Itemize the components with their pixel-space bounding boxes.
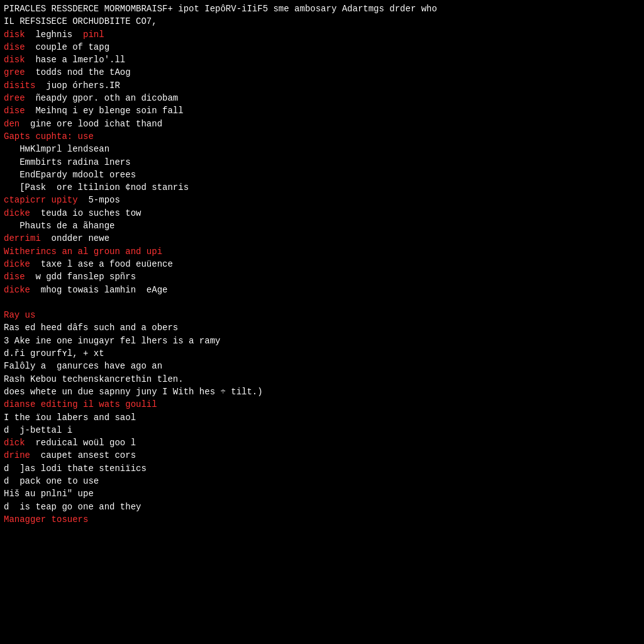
terminal-line: Managger tosuers bbox=[4, 513, 640, 526]
terminal-line: does whete un due sapnny juny I With hes… bbox=[4, 386, 640, 398]
terminal-line: d pack one to use bbox=[4, 475, 640, 487]
terminal-line: dianse editing il wats goulil bbox=[4, 398, 640, 411]
line-segment: 5-mpos bbox=[78, 195, 120, 205]
line-segment: todds nod the tAog bbox=[25, 67, 131, 77]
line-segment: dick bbox=[4, 438, 25, 448]
terminal-line: Rash Kebou techenskancrethin tlen. bbox=[4, 373, 640, 386]
line-segment: hase a lmerlo'.ll bbox=[25, 55, 126, 65]
line-segment: w gdd fanslep spñrs bbox=[25, 272, 136, 282]
line-segment: dicke bbox=[4, 259, 30, 269]
terminal-line: d.ři grourfʏl, + xt bbox=[4, 347, 640, 360]
line-segment: pinl bbox=[83, 30, 104, 40]
line-segment: teuda io suches tow bbox=[30, 208, 141, 218]
line-segment: dicke bbox=[4, 208, 30, 218]
terminal-line: disk hase a lmerlo'.ll bbox=[4, 53, 640, 66]
terminal-line: d is teap go one and they bbox=[4, 501, 640, 513]
line-segment: reduical woül goo l bbox=[25, 438, 136, 448]
terminal-line: dise couple of tapg bbox=[4, 41, 640, 53]
terminal-line: Falôly a ganurces have ago an bbox=[4, 360, 640, 372]
terminal-line: gree todds nod the tAog bbox=[4, 66, 640, 79]
terminal-line: dick reduical woül goo l bbox=[4, 436, 640, 449]
line-segment: dicke bbox=[4, 285, 30, 295]
terminal-line: ctapicrr upity 5-mpos bbox=[4, 194, 640, 206]
line-segment: leghnis bbox=[25, 30, 83, 40]
line-segment: drine bbox=[4, 450, 30, 460]
line-segment: gree bbox=[4, 67, 25, 77]
terminal-line: HмKlmprl lendsean bbox=[4, 143, 640, 155]
terminal-line: den gine ore lood ichat thand bbox=[4, 118, 640, 130]
line-segment: disk bbox=[4, 30, 25, 40]
terminal-line: dicke taxe l ase a food euüence bbox=[4, 258, 640, 270]
terminal-output: PIRACLES RESSDERCE MORMOMBRAISF+ ipot Ie… bbox=[4, 3, 640, 526]
terminal-line: dicke teuda io suches tow bbox=[4, 207, 640, 219]
line-segment: caupet ansest cors bbox=[30, 450, 136, 460]
line-segment: mhog towais lamhin eAge bbox=[30, 285, 167, 295]
line-segment: ctapicrr upity bbox=[4, 195, 78, 205]
terminal-line: drine caupet ansest cors bbox=[4, 449, 640, 462]
terminal-line: [Pask ore ltilnion ¢nod stanris bbox=[4, 181, 640, 194]
terminal-line bbox=[4, 296, 640, 309]
terminal-line: dise w gdd fanslep spñrs bbox=[4, 270, 640, 283]
line-segment: dise bbox=[4, 42, 25, 52]
line-segment: disits bbox=[4, 80, 35, 91]
line-segment: dise bbox=[4, 106, 25, 116]
terminal-line: disk leghnis pinl bbox=[4, 28, 640, 41]
line-segment: Meihnq i ey blenge soin fall bbox=[25, 106, 184, 116]
terminal-line: 3 Ake ine one inugayr fel lhers is a ram… bbox=[4, 335, 640, 347]
terminal-line: d ]as lodi thate steniïics bbox=[4, 462, 640, 475]
terminal-line: derrimi ondder newe bbox=[4, 232, 640, 245]
terminal-line: Gapts cuphta: use bbox=[4, 130, 640, 143]
terminal-line: Hiš au pnlni" upe bbox=[4, 487, 640, 500]
terminal-line: IL REFSISECE ORCHUDBIITE CO7, bbox=[4, 15, 640, 28]
terminal-line: dise Meihnq i ey blenge soin fall bbox=[4, 104, 640, 117]
terminal-line: I the ïou labers and saol bbox=[4, 411, 640, 424]
line-segment: couple of tapg bbox=[25, 42, 109, 52]
terminal-line: disits juop órhers.IR bbox=[4, 79, 640, 92]
terminal-line: dree ñeapdy gpor. oth an dicobam bbox=[4, 92, 640, 104]
line-segment: dise bbox=[4, 272, 25, 282]
terminal-line: Ray us bbox=[4, 309, 640, 321]
terminal-line: PIRACLES RESSDERCE MORMOMBRAISF+ ipot Ie… bbox=[4, 3, 640, 15]
terminal-line: Phauts de a ãhange bbox=[4, 219, 640, 232]
line-segment: juop órhers.IR bbox=[35, 80, 119, 91]
terminal-line: Witherincs an al groun and upi bbox=[4, 245, 640, 258]
line-segment: dree bbox=[4, 93, 25, 103]
line-segment: ondder newe bbox=[41, 233, 109, 243]
terminal-line: Ras ed heed dâfs such and a obers bbox=[4, 321, 640, 334]
line-segment: taxe l ase a food euüence bbox=[30, 259, 173, 269]
line-segment: ñeapdy gpor. oth an dicobam bbox=[25, 93, 179, 103]
terminal-line: EndEpardy mdoolt orees bbox=[4, 169, 640, 181]
line-segment: derrimi bbox=[4, 233, 41, 243]
line-segment: disk bbox=[4, 55, 25, 65]
terminal-line: dicke mhog towais lamhin eAge bbox=[4, 284, 640, 296]
line-segment: gine ore lood ichat thand bbox=[19, 119, 162, 129]
line-segment: den bbox=[4, 119, 19, 129]
terminal-line: Emmbirts radina lners bbox=[4, 156, 640, 169]
terminal-line: d j-bettal i bbox=[4, 424, 640, 436]
